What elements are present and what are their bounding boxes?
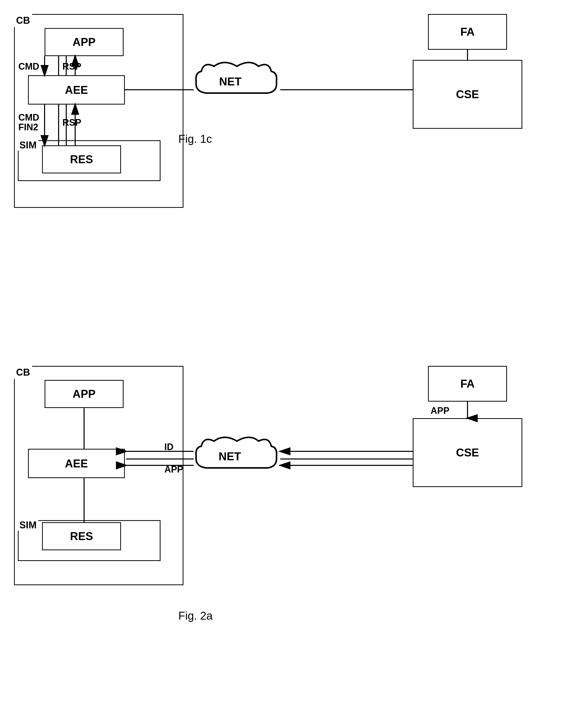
sim-label-2a: SIM (18, 520, 38, 531)
fa-box-1c: FA (428, 14, 507, 50)
net-label-2a: NET (218, 450, 241, 463)
net-label-1c: NET (219, 75, 242, 88)
fin2-label-1c: FIN2 (18, 122, 38, 132)
cse-box-1c: CSE (413, 60, 522, 129)
fa-box-2a: FA (428, 366, 507, 401)
res-box-1c: RES (42, 145, 121, 174)
cb-label-2a: CB (14, 366, 32, 379)
app-label-fa-2a: APP (430, 406, 449, 416)
res-box-2a: RES (42, 522, 121, 550)
cb-label-1c: CB (14, 14, 32, 27)
rsp-label-top-1c: RSP (63, 61, 81, 72)
app-box-2a: APP (45, 380, 124, 408)
figure-1c: CB APP CMD RSP AEE CMD FIN2 RSP SIM RES … (0, 0, 574, 352)
app-label-net-2a: APP (164, 464, 183, 475)
rsp-label-bot-1c: RSP (63, 117, 81, 128)
fig-label-2a: Fig. 2a (178, 609, 213, 622)
fig-label-1c: Fig. 1c (178, 132, 212, 145)
aee-box-2a: AEE (28, 449, 125, 478)
id-label-2a: ID (164, 442, 173, 452)
aee-box-1c: AEE (28, 75, 125, 105)
app-box-1c: APP (45, 28, 124, 56)
cmd-label-top-1c: CMD (18, 61, 39, 72)
figure-2a: CB APP AEE SIM RES NET FA CSE ID (0, 352, 574, 728)
cse-box-2a: CSE (413, 418, 522, 487)
sim-label-1c: SIM (18, 140, 38, 151)
cmd-label-bot-1c: CMD (18, 112, 39, 123)
